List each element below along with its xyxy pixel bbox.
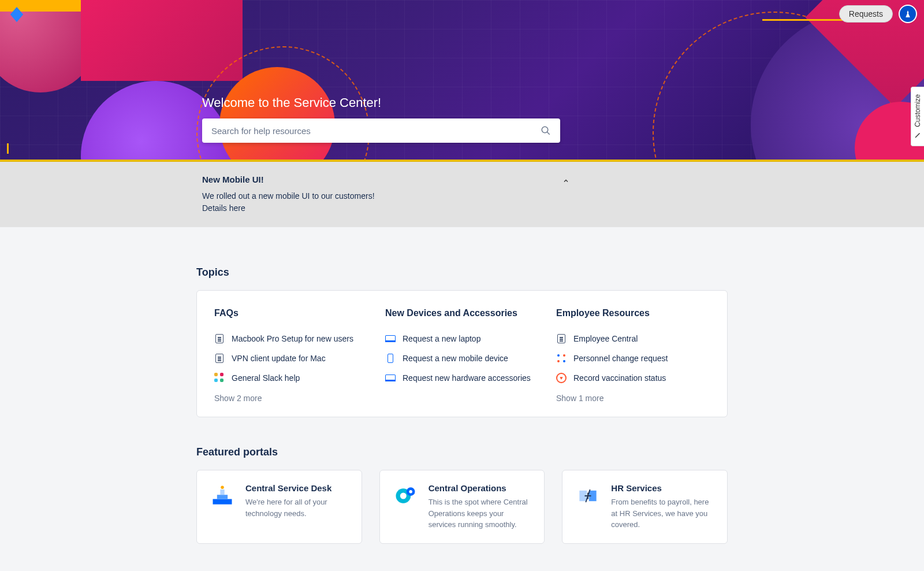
hero-banner: Requests Customize Welcome to the Servic…: [0, 0, 924, 162]
topic-column-title: New Devices and Accessories: [385, 308, 539, 318]
topic-column-faqs: FAQs Macbook Pro Setup for new users VPN…: [214, 308, 368, 403]
topic-item[interactable]: VPN client update for Mac: [214, 348, 368, 368]
customize-label: Customize: [914, 94, 922, 127]
topic-item[interactable]: Request new hardware accessories: [385, 368, 539, 388]
phone-icon: [385, 353, 396, 364]
show-more-link[interactable]: Show 2 more: [214, 394, 262, 403]
topic-item[interactable]: Request a new laptop: [385, 329, 539, 348]
announcement-body: We rolled out a new mobile UI to our cus…: [202, 191, 375, 201]
portal-desc: This is the spot where Central Operation…: [429, 496, 532, 531]
heart-icon: [556, 373, 567, 383]
svg-rect-3: [217, 495, 228, 499]
topic-item[interactable]: General Slack help: [214, 368, 368, 388]
topics-card: FAQs Macbook Pro Setup for new users VPN…: [196, 290, 728, 417]
topic-item-label: Record vaccination status: [573, 373, 666, 383]
atlassian-icon: [903, 9, 913, 19]
portal-desc: We're here for all of your technology ne…: [245, 496, 349, 519]
svg-point-9: [409, 490, 412, 494]
svg-rect-4: [220, 490, 224, 495]
topic-column-employee: Employee Resources Employee Central Pers…: [556, 308, 710, 403]
svg-point-7: [400, 493, 406, 499]
announcement-collapse-button[interactable]: [560, 175, 572, 214]
topic-item-label: Request new hardware accessories: [403, 373, 531, 383]
topic-column-devices: New Devices and Accessories Request a ne…: [385, 308, 539, 403]
app-logo[interactable]: [8, 6, 25, 25]
portal-desc: From benefits to payroll, here at HR Ser…: [611, 496, 714, 531]
topic-item[interactable]: Personnel change request: [556, 348, 710, 368]
laptop-icon: [385, 373, 396, 383]
topic-item-label: Request a new laptop: [403, 334, 480, 343]
chevron-up-icon: [562, 177, 569, 184]
portal-title: HR Services: [611, 483, 714, 493]
portal-title: Central Operations: [429, 483, 532, 493]
topic-item-label: General Slack help: [232, 373, 300, 383]
pencil-icon: [914, 132, 921, 139]
portal-card-central-service-desk[interactable]: Central Service Desk We're here for all …: [196, 470, 362, 544]
portals-heading: Featured portals: [196, 446, 728, 458]
portal-card-hr-services[interactable]: HR Services From benefits to payroll, he…: [562, 470, 728, 544]
topic-column-title: Employee Resources: [556, 308, 710, 318]
portal-card-central-operations[interactable]: Central Operations This is the spot wher…: [379, 470, 545, 544]
topic-item-label: Employee Central: [573, 334, 638, 343]
gear-icon: [393, 483, 418, 509]
topic-item-label: VPN client update for Mac: [232, 354, 326, 363]
topic-item[interactable]: Macbook Pro Setup for new users: [214, 329, 368, 348]
svg-point-5: [221, 486, 224, 490]
doc-icon: [556, 333, 567, 344]
topic-item[interactable]: Employee Central: [556, 329, 710, 348]
laptop-icon: [385, 333, 396, 344]
topic-item-label: Macbook Pro Setup for new users: [232, 334, 353, 343]
topic-item[interactable]: Request a new mobile device: [385, 348, 539, 368]
search-input[interactable]: [211, 126, 541, 136]
search-box[interactable]: [202, 118, 560, 143]
svg-rect-2: [213, 499, 232, 505]
svg-line-1: [547, 132, 550, 135]
topics-heading: Topics: [196, 266, 728, 279]
announcement-bar: New Mobile UI! We rolled out a new mobil…: [0, 162, 924, 227]
announcement-title: New Mobile UI!: [202, 175, 549, 184]
portal-title: Central Service Desk: [245, 483, 349, 493]
announcement-link[interactable]: Details here: [202, 203, 245, 213]
topic-column-title: FAQs: [214, 308, 368, 318]
dots-icon: [556, 353, 567, 364]
search-icon: [541, 125, 551, 136]
show-more-link[interactable]: Show 1 more: [556, 394, 603, 403]
hr-icon: [575, 483, 601, 509]
topic-item-label: Personnel change request: [573, 354, 668, 363]
hero-title: Welcome to the Service Center!: [202, 95, 560, 110]
slack-icon: [214, 373, 225, 383]
customize-tab[interactable]: Customize: [911, 87, 924, 146]
doc-icon: [214, 353, 225, 364]
requests-button[interactable]: Requests: [839, 5, 893, 23]
svg-point-0: [542, 127, 548, 133]
topic-item-label: Request a new mobile device: [403, 354, 508, 363]
user-avatar[interactable]: [899, 5, 917, 23]
podium-icon: [210, 483, 235, 509]
topic-item[interactable]: Record vaccination status: [556, 368, 710, 388]
doc-icon: [214, 333, 225, 344]
